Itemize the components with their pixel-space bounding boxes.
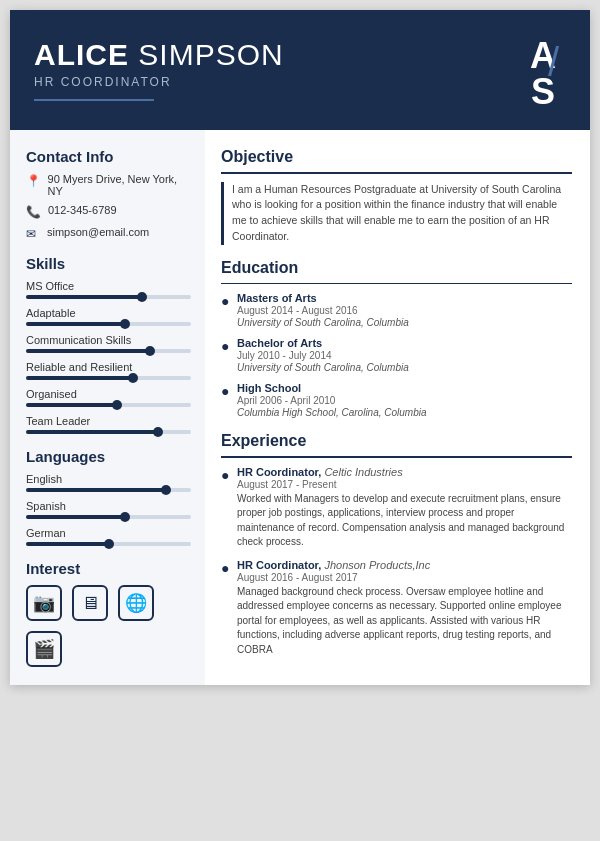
skill-bar-track — [26, 322, 191, 326]
exp-company: Celtic Industries — [324, 466, 402, 478]
exp-bullet: ● — [221, 467, 231, 550]
skill-bar-fill — [26, 349, 150, 353]
globe-icon: 🌐 — [118, 585, 154, 621]
skill-bar-track — [26, 349, 191, 353]
exp-content: HR Coordinator, Jhonson Products,Inc Aug… — [237, 559, 572, 658]
edu-date: April 2006 - April 2010 — [237, 395, 427, 406]
experience-list: ● HR Coordinator, Celtic Industries Augu… — [221, 466, 572, 658]
objective-title: Objective — [221, 148, 572, 166]
skill-item: Reliable and Resilient — [26, 361, 191, 380]
email-icon: ✉ — [26, 227, 40, 241]
skill-label: Communication Skills — [26, 334, 191, 346]
video-icon: 🎬 — [26, 631, 62, 667]
contact-title: Contact Info — [26, 148, 191, 165]
monogram-slash: / — [548, 40, 559, 85]
languages-list: English Spanish German — [26, 473, 191, 546]
last-name: SIMPSON — [138, 38, 283, 71]
computer-icon: 🖥 — [72, 585, 108, 621]
language-bar-dot — [161, 485, 171, 495]
exp-content: HR Coordinator, Celtic Industries August… — [237, 466, 572, 550]
skill-bar-dot — [153, 427, 163, 437]
edu-content: Masters of Arts August 2014 - August 201… — [237, 292, 409, 328]
education-item: ● Bachelor of Arts July 2010 - July 2014… — [221, 337, 572, 373]
header-left: ALICE SIMPSON HR COORDINATOR — [34, 38, 284, 101]
experience-item: ● HR Coordinator, Celtic Industries Augu… — [221, 466, 572, 550]
contact-email-item: ✉ simpson@email.com — [26, 226, 191, 241]
sidebar: Contact Info 📍 90 Myers Drive, New York,… — [10, 130, 205, 685]
skill-bar-track — [26, 430, 191, 434]
skills-list: MS Office Adaptable Communication Skills… — [26, 280, 191, 434]
edu-institution: University of South Carolina, Columbia — [237, 317, 409, 328]
interest-title: Interest — [26, 560, 191, 577]
contact-address-item: 📍 90 Myers Drive, New York, NY — [26, 173, 191, 197]
skill-bar-dot — [128, 373, 138, 383]
skill-bar-fill — [26, 376, 133, 380]
experience-item: ● HR Coordinator, Jhonson Products,Inc A… — [221, 559, 572, 658]
edu-bullet: ● — [221, 338, 231, 373]
skill-item: Organised — [26, 388, 191, 407]
skill-bar-fill — [26, 430, 158, 434]
contact-phone: 012-345-6789 — [48, 204, 117, 216]
skill-bar-track — [26, 376, 191, 380]
experience-title: Experience — [221, 432, 572, 450]
body: Contact Info 📍 90 Myers Drive, New York,… — [10, 130, 590, 685]
language-bar-track — [26, 515, 191, 519]
header: ALICE SIMPSON HR COORDINATOR A / S — [10, 10, 590, 130]
experience-divider — [221, 456, 572, 458]
edu-bullet: ● — [221, 293, 231, 328]
skill-item: Communication Skills — [26, 334, 191, 353]
edu-bullet: ● — [221, 383, 231, 418]
education-title: Education — [221, 259, 572, 277]
header-divider — [34, 99, 154, 101]
language-item: Spanish — [26, 500, 191, 519]
objective-text: I am a Human Resources Postgraduate at U… — [221, 182, 572, 245]
education-item: ● High School April 2006 - April 2010 Co… — [221, 382, 572, 418]
skill-item: Adaptable — [26, 307, 191, 326]
skill-bar-fill — [26, 403, 117, 407]
edu-institution: University of South Carolina, Columbia — [237, 362, 409, 373]
edu-date: July 2010 - July 2014 — [237, 350, 409, 361]
skill-bar-dot — [137, 292, 147, 302]
edu-degree: Bachelor of Arts — [237, 337, 409, 349]
skill-label: Reliable and Resilient — [26, 361, 191, 373]
edu-institution: Columbia High School, Carolina, Columbia — [237, 407, 427, 418]
skill-label: Team Leader — [26, 415, 191, 427]
language-item: English — [26, 473, 191, 492]
exp-date: August 2017 - Present — [237, 479, 572, 490]
skill-item: MS Office — [26, 280, 191, 299]
education-list: ● Masters of Arts August 2014 - August 2… — [221, 292, 572, 418]
contact-phone-item: 📞 012-345-6789 — [26, 204, 191, 219]
exp-desc: Worked with Managers to develop and exec… — [237, 492, 572, 550]
edu-content: High School April 2006 - April 2010 Colu… — [237, 382, 427, 418]
skill-label: Adaptable — [26, 307, 191, 319]
exp-desc: Managed background check process. Oversa… — [237, 585, 572, 658]
education-divider — [221, 283, 572, 285]
header-monogram: A / S — [530, 38, 556, 110]
language-item: German — [26, 527, 191, 546]
language-label: German — [26, 527, 191, 539]
language-bar-dot — [104, 539, 114, 549]
skill-label: MS Office — [26, 280, 191, 292]
language-bar-track — [26, 488, 191, 492]
resume-container: ALICE SIMPSON HR COORDINATOR A / S Conta… — [10, 10, 590, 685]
skill-item: Team Leader — [26, 415, 191, 434]
header-name: ALICE SIMPSON — [34, 38, 284, 71]
skill-bar-dot — [145, 346, 155, 356]
edu-date: August 2014 - August 2016 — [237, 305, 409, 316]
skill-bar-fill — [26, 295, 142, 299]
exp-role-company: HR Coordinator, Celtic Industries — [237, 466, 572, 478]
skill-label: Organised — [26, 388, 191, 400]
language-label: Spanish — [26, 500, 191, 512]
exp-date: August 2016 - August 2017 — [237, 572, 572, 583]
camera-icon: 📷 — [26, 585, 62, 621]
language-label: English — [26, 473, 191, 485]
location-icon: 📍 — [26, 174, 41, 188]
edu-content: Bachelor of Arts July 2010 - July 2014 U… — [237, 337, 409, 373]
language-bar-fill — [26, 488, 166, 492]
first-name: ALICE — [34, 38, 129, 71]
language-bar-fill — [26, 515, 125, 519]
language-bar-fill — [26, 542, 109, 546]
contact-address: 90 Myers Drive, New York, NY — [48, 173, 191, 197]
skill-bar-track — [26, 295, 191, 299]
exp-bullet: ● — [221, 560, 231, 658]
